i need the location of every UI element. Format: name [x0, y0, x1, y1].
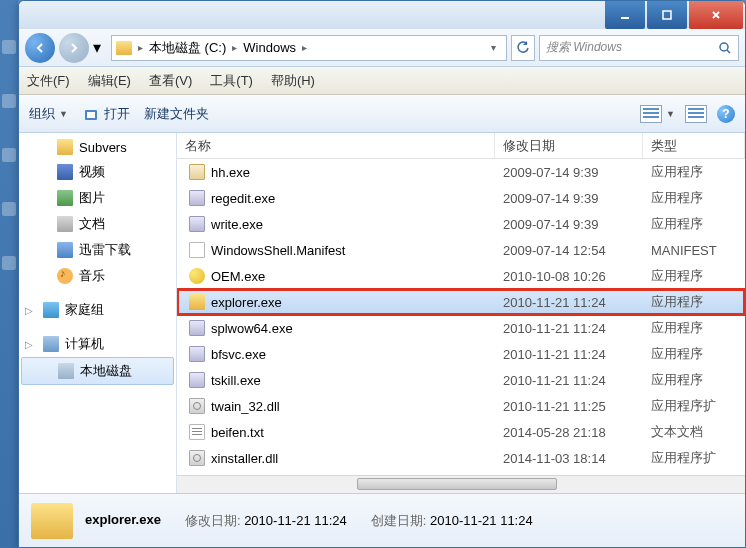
breadcrumb-segment[interactable]: 本地磁盘 (C:)	[149, 39, 226, 57]
chevron-right-icon: ▸	[232, 42, 237, 53]
dll-icon	[189, 398, 205, 414]
tree-expand-icon[interactable]: ▷	[25, 305, 33, 316]
file-row[interactable]: beifen.txt2014-05-28 21:18文本文档	[177, 419, 745, 445]
file-type: 应用程序扩	[643, 397, 745, 415]
file-row[interactable]: write.exe2009-07-14 9:39应用程序	[177, 211, 745, 237]
navbar: ▾ ▸ 本地磁盘 (C:) ▸ Windows ▸ ▾ 搜索 Windows	[19, 29, 745, 67]
sidebar-item[interactable]: 本地磁盘	[21, 357, 174, 385]
folder-icon	[189, 294, 205, 310]
minimize-button[interactable]	[605, 1, 645, 29]
file-row[interactable]: WindowsShell.Manifest2009-07-14 12:54MAN…	[177, 237, 745, 263]
file-row[interactable]: OEM.exe2010-10-08 10:26应用程序	[177, 263, 745, 289]
statusbar: explorer.exe 修改日期: 2010-11-21 11:24 创建日期…	[19, 493, 745, 547]
menu-help[interactable]: 帮助(H)	[271, 72, 315, 90]
file-row[interactable]: hh.exe2009-07-14 9:39应用程序	[177, 159, 745, 185]
preview-pane-button[interactable]	[685, 105, 707, 123]
sidebar-item[interactable]: 图片	[19, 185, 176, 211]
file-icon	[189, 242, 205, 258]
file-name: bfsvc.exe	[211, 347, 266, 362]
exe-icon	[189, 190, 205, 206]
open-button[interactable]: 打开	[82, 105, 130, 123]
file-row[interactable]: tskill.exe2010-11-21 11:24应用程序	[177, 367, 745, 393]
file-row[interactable]: bfsvc.exe2010-11-21 11:24应用程序	[177, 341, 745, 367]
column-headers: 名称 修改日期 类型	[177, 133, 745, 159]
file-name: explorer.exe	[211, 295, 282, 310]
tree-expand-icon[interactable]: ▷	[25, 339, 33, 350]
sidebar-item[interactable]: ▷家庭组	[19, 297, 176, 323]
file-name: tskill.exe	[211, 373, 261, 388]
breadcrumb-segment[interactable]: Windows	[243, 40, 296, 55]
help-icon[interactable]: ?	[717, 105, 735, 123]
file-type: 应用程序	[643, 293, 745, 311]
file-date: 2010-11-21 11:24	[495, 347, 643, 362]
file-name: OEM.exe	[211, 269, 265, 284]
drive-icon	[58, 363, 74, 379]
explorer-window: ▾ ▸ 本地磁盘 (C:) ▸ Windows ▸ ▾ 搜索 Windows 文…	[18, 0, 746, 548]
dll-icon	[189, 450, 205, 466]
sidebar-item[interactable]: 音乐	[19, 263, 176, 289]
pc-icon	[43, 336, 59, 352]
scrollbar-thumb[interactable]	[357, 478, 557, 490]
menu-edit[interactable]: 编辑(E)	[88, 72, 131, 90]
file-row[interactable]: xinstaller.dll2014-11-03 18:14应用程序扩	[177, 445, 745, 471]
file-date: 2009-07-14 9:39	[495, 191, 643, 206]
back-button[interactable]	[25, 33, 55, 63]
file-type: 应用程序	[643, 319, 745, 337]
column-name[interactable]: 名称	[177, 133, 495, 158]
file-type: 应用程序扩	[643, 449, 745, 467]
breadcrumb-dropdown-icon[interactable]: ▾	[485, 42, 502, 53]
sidebar-item[interactable]: Subvers	[19, 135, 176, 159]
column-type[interactable]: 类型	[643, 133, 745, 158]
file-name: splwow64.exe	[211, 321, 293, 336]
maximize-button[interactable]	[647, 1, 687, 29]
file-date: 2010-11-21 11:24	[495, 321, 643, 336]
drive-icon	[116, 41, 132, 55]
search-input[interactable]: 搜索 Windows	[539, 35, 739, 61]
sidebar-item-label: 视频	[79, 163, 105, 181]
file-row[interactable]: explorer.exe2010-11-21 11:24应用程序	[177, 289, 745, 315]
sidebar-item[interactable]: 视频	[19, 159, 176, 185]
refresh-button[interactable]	[511, 35, 535, 61]
toolbar: 组织 ▼ 打开 新建文件夹 ▼ ?	[19, 95, 745, 133]
file-name: WindowsShell.Manifest	[211, 243, 345, 258]
file-name: beifen.txt	[211, 425, 264, 440]
menu-view[interactable]: 查看(V)	[149, 72, 192, 90]
file-date: 2014-11-03 18:14	[495, 451, 643, 466]
file-name: hh.exe	[211, 165, 250, 180]
exe-icon	[189, 216, 205, 232]
history-dropdown-icon[interactable]: ▾	[93, 38, 107, 57]
file-row[interactable]: twain_32.dll2010-11-21 11:25应用程序扩	[177, 393, 745, 419]
sidebar-item[interactable]: 文档	[19, 211, 176, 237]
sidebar-item[interactable]: 迅雷下载	[19, 237, 176, 263]
close-button[interactable]	[689, 1, 743, 29]
dl-icon	[57, 242, 73, 258]
view-mode-button[interactable]: ▼	[640, 105, 675, 123]
menu-file[interactable]: 文件(F)	[27, 72, 70, 90]
titlebar	[19, 1, 745, 29]
file-type: 应用程序	[643, 371, 745, 389]
folder-icon	[57, 139, 73, 155]
file-date: 2010-11-21 11:24	[495, 373, 643, 388]
sidebar-item[interactable]: ▷计算机	[19, 331, 176, 357]
file-name: twain_32.dll	[211, 399, 280, 414]
horizontal-scrollbar[interactable]	[177, 475, 745, 493]
column-date[interactable]: 修改日期	[495, 133, 643, 158]
status-filename: explorer.exe	[85, 512, 161, 530]
svg-point-2	[720, 43, 728, 51]
exe-icon	[189, 372, 205, 388]
forward-button[interactable]	[59, 33, 89, 63]
file-row[interactable]: splwow64.exe2010-11-21 11:24应用程序	[177, 315, 745, 341]
file-row[interactable]: regedit.exe2009-07-14 9:39应用程序	[177, 185, 745, 211]
menu-tools[interactable]: 工具(T)	[210, 72, 253, 90]
music-icon	[57, 268, 73, 284]
organize-button[interactable]: 组织 ▼	[29, 105, 68, 123]
sidebar-item-label: 计算机	[65, 335, 104, 353]
file-list: 名称 修改日期 类型 hh.exe2009-07-14 9:39应用程序rege…	[177, 133, 745, 493]
sidebar-item-label: 图片	[79, 189, 105, 207]
file-name: xinstaller.dll	[211, 451, 278, 466]
breadcrumb[interactable]: ▸ 本地磁盘 (C:) ▸ Windows ▸ ▾	[111, 35, 507, 61]
pic-icon	[57, 190, 73, 206]
new-folder-button[interactable]: 新建文件夹	[144, 105, 209, 123]
sidebar: Subvers视频图片文档迅雷下载音乐▷家庭组▷计算机本地磁盘	[19, 133, 177, 493]
search-placeholder: 搜索 Windows	[546, 39, 622, 56]
